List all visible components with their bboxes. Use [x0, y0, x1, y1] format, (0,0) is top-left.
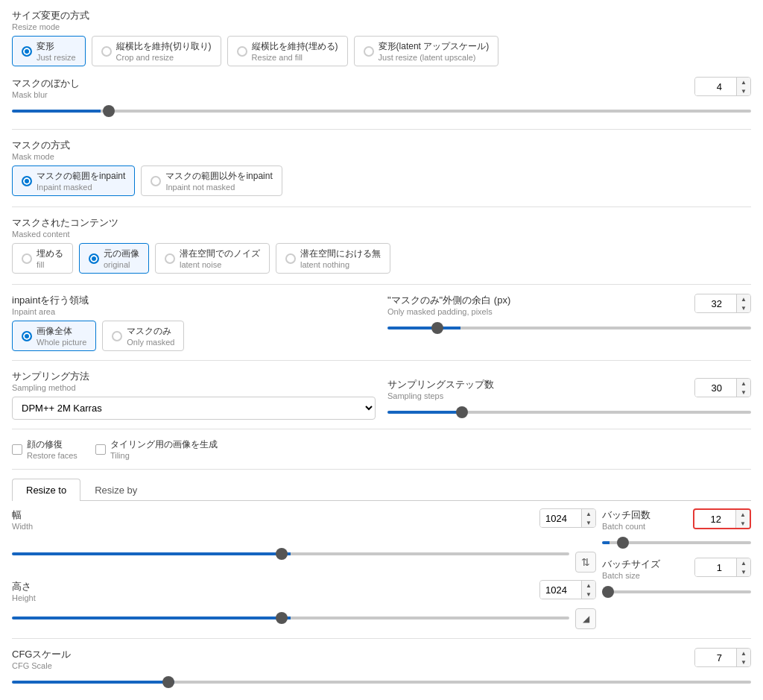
only-masked-padding-section: "マスクのみ"外側の余白 (px) Only masked padding, p… — [387, 294, 751, 335]
cfg-scale-number-input[interactable]: 7 ▲ ▼ — [694, 648, 751, 667]
batch-count-label-jp: バッチ回数 — [602, 508, 650, 522]
width-up[interactable]: ▲ — [582, 509, 595, 518]
width-section: 幅 Width 1024 ▲ ▼ ⇅ — [12, 508, 596, 573]
padding-down[interactable]: ▼ — [737, 303, 750, 312]
masked-content-latent-nothing-en: latent nothing — [300, 260, 381, 269]
mask-mode-inpaint-masked[interactable]: マスクの範囲をinpaint Inpaint masked — [12, 165, 135, 196]
width-input[interactable]: 1024 — [540, 510, 581, 527]
cfg-scale-slider[interactable] — [12, 681, 751, 684]
batch-count-label-en: Batch count — [602, 522, 650, 531]
resize-mode-latent[interactable]: 変形(latent アップスケール) Just resize (latent u… — [354, 36, 499, 66]
mask-mode-not-masked-en: Inpaint not masked — [165, 183, 272, 192]
batch-count-up[interactable]: ▲ — [736, 510, 750, 519]
masked-content-original[interactable]: 元の画像 original — [79, 243, 149, 274]
batch-size-input[interactable]: 1 — [695, 559, 736, 576]
sampling-steps-up[interactable]: ▲ — [737, 379, 750, 388]
masked-content-latent-noise-circle — [165, 253, 175, 264]
width-slider[interactable] — [12, 552, 569, 555]
batch-count-slider[interactable] — [602, 541, 751, 544]
resize-mode-crop-circle — [101, 46, 112, 57]
resize-mode-latent-en: Just resize (latent upscale) — [379, 53, 490, 62]
batch-count-input[interactable]: 12 — [694, 511, 735, 528]
batch-count-number-input[interactable]: 12 ▲ ▼ — [693, 508, 751, 529]
batch-count-down[interactable]: ▼ — [736, 519, 750, 528]
width-label-en: Width — [12, 522, 33, 531]
padding-number-input[interactable]: 32 ▲ ▼ — [694, 294, 751, 313]
mask-blur-number-input[interactable]: 4 ▲ ▼ — [694, 77, 751, 96]
padding-slider[interactable] — [387, 327, 751, 329]
sampling-steps-slider[interactable] — [387, 411, 751, 414]
batch-size-number-input[interactable]: 1 ▲ ▼ — [694, 558, 751, 577]
inpaint-area-group: 画像全体 Whole picture マスクのみ Only masked — [12, 321, 376, 351]
restore-faces-option[interactable]: 顔の修復 Restore faces — [12, 438, 77, 460]
cfg-scale-input[interactable]: 7 — [695, 649, 736, 666]
lock-button[interactable]: ◢ — [575, 608, 596, 629]
resize-mode-just-resize-jp: 変形 — [37, 40, 76, 53]
sampling-steps-down[interactable]: ▼ — [737, 388, 750, 397]
tiling-option[interactable]: タイリング用の画像を生成 Tiling — [95, 438, 218, 460]
inpaint-area-whole-picture[interactable]: 画像全体 Whole picture — [12, 321, 96, 351]
height-number-input[interactable]: 1024 ▲ ▼ — [539, 580, 596, 599]
mask-mode-inpaint-not-masked[interactable]: マスクの範囲以外をinpaint Inpaint not masked — [141, 165, 282, 196]
mask-blur-spinners: ▲ ▼ — [736, 78, 750, 95]
cfg-scale-up[interactable]: ▲ — [737, 649, 750, 658]
width-height-batch-row: 幅 Width 1024 ▲ ▼ ⇅ — [12, 508, 751, 629]
inpaint-area-only-masked[interactable]: マスクのみ Only masked — [102, 321, 184, 351]
mask-blur-section: マスクのぼかし Mask blur 4 ▲ ▼ — [12, 77, 751, 119]
inpaint-area-left: inpaintを行う領域 Inpaint area 画像全体 Whole pic… — [12, 294, 376, 351]
sampling-steps-slider-container — [387, 405, 751, 420]
resize-mode-just-resize[interactable]: 変形 Just resize — [12, 36, 86, 66]
batch-count-spinners: ▲ ▼ — [735, 510, 750, 528]
masked-content-original-jp: 元の画像 — [104, 247, 139, 260]
tab-resize-by[interactable]: Resize by — [80, 479, 151, 501]
mask-blur-up[interactable]: ▲ — [737, 78, 750, 86]
batch-size-slider[interactable] — [602, 590, 751, 593]
resize-mode-label-jp: サイズ変更の方式 — [12, 9, 751, 22]
width-number-input[interactable]: 1024 ▲ ▼ — [539, 508, 596, 528]
cfg-scale-label-en: CFG Scale — [12, 661, 71, 670]
height-input[interactable]: 1024 — [540, 581, 581, 599]
mask-mode-label-en: Mask mode — [12, 152, 751, 161]
swap-button[interactable]: ⇅ — [575, 552, 596, 573]
mask-mode-label-jp: マスクの方式 — [12, 139, 751, 152]
sampling-steps-spinners: ▲ ▼ — [736, 379, 750, 397]
mask-mode-masked-en: Inpaint masked — [37, 183, 125, 192]
masked-content-latent-noise[interactable]: 潜在空間でのノイズ latent noise — [155, 243, 270, 274]
padding-input[interactable]: 32 — [695, 295, 736, 312]
masked-content-fill[interactable]: 埋める fill — [12, 243, 73, 274]
batch-size-down[interactable]: ▼ — [737, 567, 750, 576]
sampling-steps-number-input[interactable]: 30 ▲ ▼ — [694, 378, 751, 397]
sampling-method-select[interactable]: DPM++ 2M Karras Euler a Euler LMS DDIM — [12, 397, 376, 420]
cfg-scale-slider-container — [12, 675, 751, 690]
sampling-steps-input[interactable]: 30 — [695, 379, 736, 397]
mask-mode-section: マスクの方式 Mask mode マスクの範囲をinpaint Inpaint … — [12, 139, 751, 196]
height-down[interactable]: ▼ — [582, 590, 595, 599]
batch-size-label-en: Batch size — [602, 571, 660, 580]
width-down[interactable]: ▼ — [582, 518, 595, 527]
masked-content-latent-nothing-jp: 潜在空間における無 — [300, 247, 381, 260]
height-up[interactable]: ▲ — [582, 581, 595, 590]
padding-up[interactable]: ▲ — [737, 294, 750, 303]
sampling-method-label-jp: サンプリング方法 — [12, 370, 376, 383]
mask-blur-down[interactable]: ▼ — [737, 86, 750, 95]
cfg-scale-down[interactable]: ▼ — [737, 658, 750, 666]
mask-blur-input[interactable]: 4 — [695, 78, 736, 95]
restore-faces-checkbox[interactable] — [12, 444, 22, 455]
height-slider[interactable] — [12, 617, 569, 619]
tiling-checkbox[interactable] — [95, 444, 106, 455]
resize-mode-crop-resize[interactable]: 縦横比を維持(切り取り) Crop and resize — [92, 36, 221, 66]
tab-resize-to[interactable]: Resize to — [12, 479, 80, 501]
mask-blur-slider[interactable] — [12, 110, 751, 113]
padding-label-en: Only masked padding, pixels — [387, 307, 510, 316]
sampling-steps-label-jp: サンプリングステップ数 — [387, 378, 494, 391]
inpaint-area-row: inpaintを行う領域 Inpaint area 画像全体 Whole pic… — [12, 294, 751, 351]
resize-mode-section: サイズ変更の方式 Resize mode 変形 Just resize 縦横比を… — [12, 9, 751, 66]
resize-mode-fill[interactable]: 縦横比を維持(埋める) Resize and fill — [227, 36, 348, 66]
sampling-steps-section: サンプリングステップ数 Sampling steps 30 ▲ ▼ — [387, 378, 751, 420]
masked-content-group: 埋める fill 元の画像 original 潜在空間でのノイズ latent … — [12, 243, 751, 274]
cfg-scale-spinners: ▲ ▼ — [736, 649, 750, 666]
tab-resize-to-label: Resize to — [26, 485, 66, 496]
batch-size-up[interactable]: ▲ — [737, 558, 750, 567]
mask-mode-not-masked-circle — [151, 176, 161, 186]
masked-content-latent-nothing[interactable]: 潜在空間における無 latent nothing — [276, 243, 390, 274]
